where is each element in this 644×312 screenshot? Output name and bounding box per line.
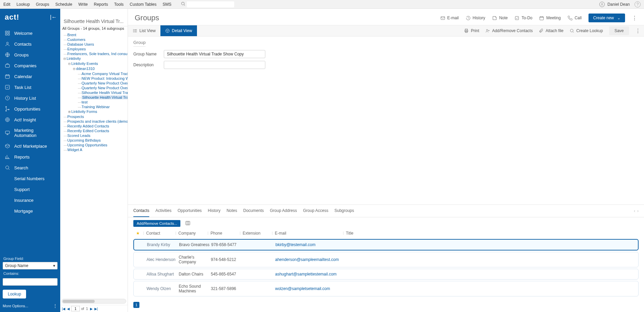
pager-page-input[interactable] — [71, 306, 80, 311]
header-more-icon[interactable]: ⋮ — [632, 15, 637, 21]
tree-node[interactable]: ⊞Linktivity Forms — [64, 109, 128, 114]
create-new-button[interactable]: Create new⌄ — [589, 14, 625, 22]
pager-next-icon[interactable]: ▶ — [89, 306, 93, 311]
tree-node[interactable]: —Upcoming Opportunities — [64, 143, 128, 147]
email-link[interactable]: bkirby@testemail.com — [275, 242, 315, 247]
tree-node[interactable]: —Recently Edited Contacts — [64, 128, 128, 133]
col-contact[interactable]: Contact — [146, 231, 178, 236]
global-search-input[interactable] — [187, 1, 234, 7]
tree-link[interactable]: Recently Added Contacts — [67, 124, 109, 128]
tree-node[interactable]: —Training Webinar — [64, 104, 128, 109]
toolbar-attach-file[interactable]: Attach file — [539, 28, 563, 33]
tree-node[interactable]: —Quarterly New Product Overview — [64, 86, 128, 90]
description-input[interactable] — [164, 61, 265, 69]
tree-node[interactable]: —Prospects and inactive clients (demo) — [64, 119, 128, 124]
tree-node[interactable]: —Prospects — [64, 114, 128, 119]
help-icon[interactable]: ? — [635, 1, 641, 7]
tree-link[interactable]: NEW Product: Introducing Widget — [82, 76, 128, 80]
action-call[interactable]: Call — [568, 16, 582, 21]
pager-first-icon[interactable]: |◀ — [62, 306, 66, 311]
menu-groups[interactable]: Groups — [36, 2, 49, 7]
tree-link[interactable]: Freelancers, Sole traders, Ind consultan… — [67, 52, 128, 56]
group-field-select[interactable]: Group Name ▾ — [3, 262, 58, 269]
menu-tools[interactable]: Tools — [114, 2, 124, 7]
pagination-page-1[interactable]: 1 — [133, 302, 139, 308]
tree-node[interactable]: —Acme Company Virtual Trade Show — [64, 71, 128, 76]
action-todo[interactable]: To-Do — [514, 16, 532, 21]
col-phone[interactable]: Phone — [210, 231, 243, 236]
group-name-input[interactable] — [164, 50, 265, 58]
toolbar-add-remove-contacts[interactable]: Add/Remove Contacts — [485, 28, 533, 33]
toolbar-more-icon[interactable]: ⋮ — [635, 28, 641, 34]
tree-link[interactable]: Quarterly New Product Overview — [82, 86, 128, 90]
col-email[interactable]: E-mail — [275, 231, 346, 236]
tree-node[interactable]: —Widget A — [64, 147, 128, 152]
toolbar-create-lookup[interactable]: Create Lookup — [570, 28, 603, 33]
tree-link[interactable]: Upcoming Birthdays — [67, 138, 101, 142]
sidebar-item-insurance[interactable]: Insurance — [0, 195, 60, 206]
tree-node[interactable]: —Quarterly New Product Overview — [64, 81, 128, 86]
tree-link[interactable]: Prospects — [67, 115, 84, 119]
add-remove-contacts-button[interactable]: Add/Remove Contacts... — [133, 220, 180, 227]
pager-last-icon[interactable]: ▶| — [94, 306, 98, 311]
tree-link[interactable]: Prospects and inactive clients (demo) — [67, 119, 128, 123]
tree-link[interactable]: Upcoming Opportunities — [67, 143, 107, 147]
tree-link[interactable]: Employees — [67, 47, 86, 51]
tree-link[interactable]: Silhouette Health Virtual Trade Show — [82, 91, 128, 95]
tree-link[interactable]: Quarterly New Product Overview — [82, 81, 128, 85]
tree-link[interactable]: Scored Leads — [67, 134, 90, 138]
menu-lookup[interactable]: Lookup — [17, 2, 30, 7]
tree-link[interactable]: ddean1310 — [76, 67, 95, 71]
sidebar-item-search[interactable]: Search — [0, 162, 60, 173]
tree-link[interactable]: Brent — [67, 33, 76, 37]
col-title[interactable]: Title — [346, 231, 373, 236]
tree-link[interactable]: Customers — [67, 38, 85, 42]
tree-node[interactable]: —Silhouette Health Virtual Trade Show — [64, 95, 128, 100]
col-extension[interactable]: Extension — [243, 231, 275, 236]
tree-node[interactable]: —Recently Added Contacts — [64, 124, 128, 128]
tab-group-address[interactable]: Group Address — [270, 205, 297, 217]
action-email[interactable]: E-mail — [440, 16, 459, 21]
action-history[interactable]: History — [466, 16, 485, 21]
tab-activities[interactable]: Activities — [155, 205, 171, 217]
tree-toggle-icon[interactable]: ⊞ — [68, 110, 71, 114]
sidebar-item-act-marketplace[interactable]: Act! Marketplace — [0, 141, 60, 151]
tree-toggle-icon[interactable]: ⊟ — [73, 67, 75, 71]
sidebar-item-task-list[interactable]: Task List — [0, 82, 60, 93]
menu-schedule[interactable]: Schedule — [55, 2, 72, 7]
tree-node[interactable]: ⊟Linktivity — [64, 56, 128, 61]
tab-detail-view[interactable]: Detail View — [160, 25, 197, 36]
col-company[interactable]: Company — [178, 231, 210, 236]
tree-node[interactable]: ⊟ddean1310 — [64, 66, 128, 71]
email-link[interactable]: ahenderson@sampleemailtest.com — [275, 257, 339, 262]
tab-list-view[interactable]: List View — [128, 25, 160, 36]
tree-link[interactable]: Training Webinar — [82, 105, 110, 109]
tree-link[interactable]: Database Users — [67, 42, 94, 46]
sidebar-item-marketing-automation[interactable]: Marketing Automation — [0, 125, 60, 141]
sidebar-item-groups[interactable]: Groups — [0, 49, 60, 60]
more-options-link[interactable]: More Options... — [3, 304, 28, 308]
email-link[interactable]: wolzen@sampletsetemail.com — [275, 286, 330, 291]
tab-group-access[interactable]: Group Access — [303, 205, 329, 217]
tab-documents[interactable]: Documents — [243, 205, 264, 217]
sidebar-item-mortgage[interactable]: Mortgage — [0, 206, 60, 216]
sidebar-item-reports[interactable]: Reports — [0, 151, 60, 162]
email-link[interactable]: ashughart@samplettestemail.com — [275, 272, 337, 277]
sidebar-item-support[interactable]: Support — [0, 184, 60, 195]
tree-link[interactable]: Linktivity Forms — [71, 110, 97, 114]
tree-node[interactable]: —Database Users — [64, 42, 128, 47]
tree-link[interactable]: Linktivity Events — [71, 62, 98, 66]
table-row[interactable]: Wendy OlzenEcho Sound Machines321-587-58… — [133, 281, 639, 296]
tab-scroll-right-icon[interactable]: › — [637, 209, 639, 213]
tree-node[interactable]: ⊟Linktivity Events — [64, 61, 128, 66]
save-button[interactable]: Save — [609, 26, 629, 35]
sidebar-item-history-list[interactable]: History List — [0, 93, 60, 103]
table-row[interactable]: Allisa ShughartDalton Chairs545-865-6547… — [133, 269, 639, 280]
tab-notes[interactable]: Notes — [226, 205, 237, 217]
contains-input[interactable] — [3, 278, 58, 286]
lookup-button[interactable]: Lookup — [3, 290, 26, 298]
tree-node[interactable]: —Scored Leads — [64, 133, 128, 138]
menu-reports[interactable]: Reports — [94, 2, 108, 7]
tree-node[interactable]: —Upcoming Birthdays — [64, 138, 128, 143]
tree-link[interactable]: Linktivity — [67, 56, 81, 61]
